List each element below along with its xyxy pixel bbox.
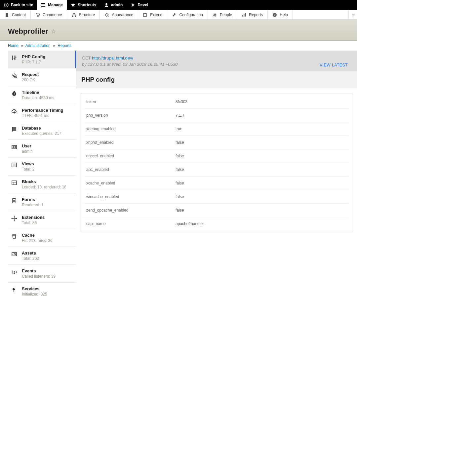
svg-point-0 [4, 3, 8, 7]
request-url[interactable]: http://drupal.html.dev/ [92, 56, 133, 60]
collapse-icon [351, 13, 355, 17]
sidebar-item-cache[interactable]: CacheHit: 213, miss: 36 [8, 229, 76, 247]
kv-key: php_version [84, 109, 174, 122]
svg-rect-9 [143, 14, 146, 17]
kv-key: xcache_enabled [84, 177, 174, 190]
sidebar-item-blocks[interactable]: BlocksLoaded: 18, rendered: 16 [8, 176, 76, 193]
sidebar-item-sub: PHP: 7.1.7 [22, 60, 45, 64]
table-row: wincache_enabledfalse [84, 190, 349, 204]
menu-structure[interactable]: Structure [67, 10, 100, 20]
sidebar-item-sub: Total: 85 [22, 220, 45, 225]
sidebar-item-services[interactable]: ServicesInitialized: 325 [8, 283, 76, 300]
sidebar-item-title: Timeline [22, 90, 54, 95]
sidebar-item-views[interactable]: ViewsTotal: 2 [8, 158, 76, 176]
kv-value: 8fc303 [174, 95, 349, 109]
svg-rect-33 [14, 198, 15, 199]
sidebar-item-performance-timing[interactable]: Performance TimingTTFB: 4551 ms [8, 104, 76, 122]
menu-help-label: Help [280, 13, 288, 17]
php-config-card: token8fc303php_version7.1.7xdebug_enable… [80, 94, 353, 232]
svg-rect-5 [73, 13, 75, 14]
svg-rect-25 [12, 145, 17, 149]
sidebar-item-forms[interactable]: FormsRendered: 1 [8, 193, 76, 211]
sidebar-item-sub: Duration: 4530 ms [22, 96, 54, 100]
sidebar-item-database[interactable]: DatabaseExecuted queries: 217 [8, 122, 76, 140]
menu-reports[interactable]: Reports [237, 10, 268, 20]
kv-value: false [174, 163, 349, 177]
plug-icon [11, 287, 17, 293]
tuning-icon [11, 55, 17, 61]
menu-help[interactable]: ? Help [268, 10, 293, 20]
kv-value: true [174, 122, 349, 136]
gear-icon [131, 3, 135, 7]
sidebar-item-php-config[interactable]: PHP ConfigPHP: 7.1.7 [8, 51, 76, 68]
user-menu-button[interactable]: admin [100, 0, 127, 10]
code-icon [11, 251, 17, 257]
menu-extend[interactable]: Extend [138, 10, 167, 20]
svg-point-21 [14, 75, 15, 77]
svg-point-11 [214, 14, 215, 15]
people-icon [213, 13, 217, 17]
svg-point-35 [12, 218, 13, 219]
clipboard-icon [11, 198, 17, 204]
request-info-panel: GET http://drupal.html.dev/ by 127.0.0.1… [76, 51, 357, 71]
svg-point-36 [16, 218, 17, 219]
sidebar-item-assets[interactable]: AssetsTotal: 202 [8, 247, 76, 265]
view-latest-link[interactable]: VIEW LATEST [320, 63, 348, 67]
sidebar-item-extensions[interactable]: ExtensionsTotal: 85 [8, 211, 76, 229]
kv-value: false [174, 190, 349, 204]
menu-people-label: People [220, 13, 232, 17]
sidebar-item-title: Forms [22, 197, 44, 202]
svg-rect-15 [245, 13, 246, 17]
menu-extend-label: Extend [150, 13, 162, 17]
kv-key: token [84, 95, 174, 109]
sidebar-item-user[interactable]: Useradmin [8, 140, 76, 158]
devel-button[interactable]: Devel [127, 0, 152, 10]
svg-rect-10 [145, 13, 146, 14]
kv-key: xdebug_enabled [84, 122, 174, 136]
crumb-home[interactable]: Home [8, 43, 19, 48]
shortcuts-label: Shortcuts [78, 3, 96, 7]
svg-point-38 [14, 220, 15, 221]
menu-appearance[interactable]: Appearance [100, 10, 138, 20]
svg-point-30 [12, 166, 13, 166]
breadcrumb: Home » Administration » Reports [0, 41, 357, 51]
sidebar-item-request[interactable]: Request200 OK [8, 68, 76, 86]
table-row: xdebug_enabledtrue [84, 122, 349, 136]
sidebar-item-sub: 200 OK [22, 78, 39, 82]
user-label: admin [111, 3, 123, 7]
svg-rect-24 [14, 91, 15, 92]
menu-content[interactable]: Content [0, 10, 31, 20]
clock-icon [11, 91, 17, 97]
table-row: php_version7.1.7 [84, 109, 349, 122]
menu-people[interactable]: People [208, 10, 237, 20]
collapse-toolbar-button[interactable] [348, 10, 357, 20]
sidebar-item-sub: Loaded: 18, rendered: 16 [22, 185, 66, 189]
chart-icon [242, 13, 246, 17]
crumb-reports[interactable]: Reports [58, 43, 71, 48]
menu-commerce[interactable]: Commerce [31, 10, 67, 20]
crumb-admin[interactable]: Administration [25, 43, 51, 48]
idcard-icon [11, 144, 17, 150]
sidebar-item-events[interactable]: EventsCalled listeners: 39 [8, 265, 76, 283]
cloud-icon [11, 108, 17, 114]
manage-button[interactable]: Manage [37, 0, 67, 10]
table-row: sapi_nameapache2handler [84, 217, 349, 231]
sidebar-item-title: Performance Timing [22, 108, 63, 113]
profiler-main: GET http://drupal.html.dev/ by 127.0.0.1… [76, 51, 357, 236]
ext-icon [11, 216, 17, 221]
sidebar-item-title: Database [22, 126, 61, 131]
top-toolbar: Back to site Manage Shortcuts admin Deve… [0, 0, 357, 10]
kv-key: zend_opcache_enabled [84, 204, 174, 217]
sidebar-item-title: Request [22, 72, 39, 77]
favorite-star-icon[interactable]: ☆ [51, 28, 56, 35]
menu-configuration-label: Configuration [179, 13, 203, 17]
request-method: GET [82, 56, 91, 60]
menu-configuration[interactable]: Configuration [167, 10, 208, 20]
svg-rect-19 [14, 58, 15, 59]
svg-point-1 [105, 3, 107, 5]
sidebar-item-sub: TTFB: 4551 ms [22, 113, 63, 118]
svg-point-26 [13, 146, 14, 147]
sidebar-item-timeline[interactable]: TimelineDuration: 4530 ms [8, 86, 76, 104]
shortcuts-button[interactable]: Shortcuts [67, 0, 100, 10]
back-to-site-button[interactable]: Back to site [0, 0, 37, 10]
